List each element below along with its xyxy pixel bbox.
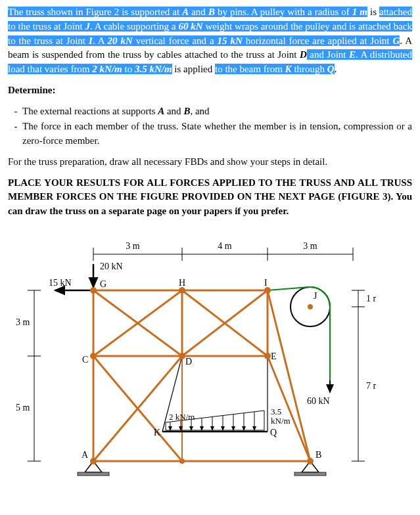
determine-list: The external reactions at supports A and… xyxy=(22,104,412,148)
cable xyxy=(268,287,330,389)
label-I: I xyxy=(264,278,268,288)
load-15kn: 15 kN xyxy=(49,278,72,288)
svg-point-53 xyxy=(179,287,185,294)
svg-point-56 xyxy=(179,353,185,359)
svg-point-60 xyxy=(179,459,185,464)
label-D: D xyxy=(185,357,192,367)
dim-3m-1: 3 m xyxy=(126,241,140,251)
svg-point-54 xyxy=(264,287,271,294)
svg-point-52 xyxy=(90,287,97,294)
load-60kn: 60 kN xyxy=(307,396,330,406)
dist-35: 3.5 xyxy=(271,407,281,416)
dim-4m: 4 m xyxy=(218,241,232,251)
svg-point-35 xyxy=(308,304,313,309)
truss-figure: 3 m 4 m 3 m 3 m 5 m 1 m 7 m xyxy=(8,228,376,482)
results-instruction: PLACE YOUR RESULTS FOR ALL FORCES APPLIE… xyxy=(8,176,412,219)
svg-point-59 xyxy=(307,458,314,464)
load-20kn: 20 kN xyxy=(100,261,123,271)
dist-35-unit: kN/m xyxy=(271,416,291,426)
determine-heading: Determine: xyxy=(8,83,412,98)
fbd-instruction: For the truss preparation, draw all nece… xyxy=(8,155,412,169)
label-E: E xyxy=(271,351,277,361)
svg-rect-50 xyxy=(78,472,109,476)
truss-members xyxy=(93,290,310,461)
dim-3m-left: 3 m xyxy=(16,317,30,327)
problem-paragraph: The truss shown in Figure 2 is supported… xyxy=(8,5,412,77)
label-H: H xyxy=(179,278,185,288)
label-K: K xyxy=(154,428,160,437)
svg-rect-51 xyxy=(294,472,326,476)
list-item: The external reactions at supports A and… xyxy=(22,104,412,119)
svg-point-57 xyxy=(264,353,271,359)
dim-1m-right: 1 m xyxy=(366,294,376,303)
dim-5m-left: 5 m xyxy=(16,403,30,413)
dist-2knm: 2 kN/m xyxy=(169,412,195,422)
dim-7m-right: 7 m xyxy=(366,381,376,391)
svg-point-55 xyxy=(90,353,97,359)
svg-point-58 xyxy=(90,458,97,464)
label-C: C xyxy=(82,355,88,365)
label-A: A xyxy=(82,450,89,460)
label-G: G xyxy=(100,279,106,289)
dim-3m-2: 3 m xyxy=(303,241,317,251)
label-B: B xyxy=(315,450,321,460)
label-J: J xyxy=(314,291,317,301)
list-item: The force in each member of the truss. S… xyxy=(22,120,412,148)
label-Q: Q xyxy=(270,428,277,437)
